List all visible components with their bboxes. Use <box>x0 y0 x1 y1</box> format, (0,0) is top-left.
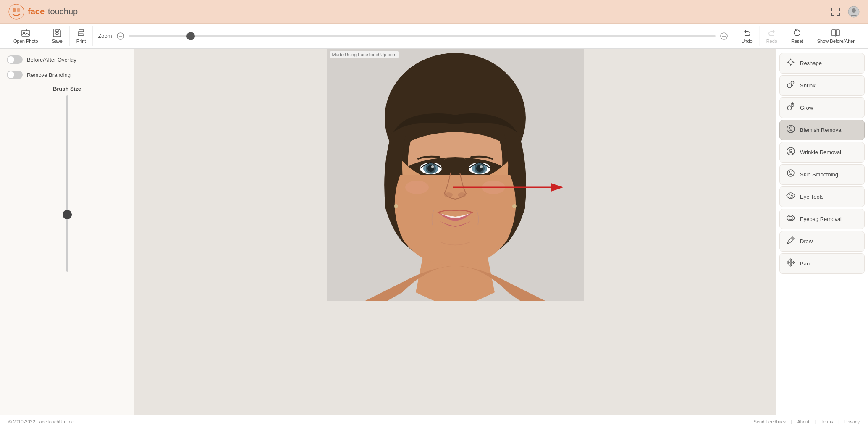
skin-svg <box>786 169 795 178</box>
main: Before/After Overlay Remove Branding Bru… <box>0 49 868 415</box>
watermark: Made Using FaceTouchUp.com <box>330 51 399 58</box>
svg-point-35 <box>394 204 398 208</box>
before-after-overlay-label: Before/After Overlay <box>27 57 76 63</box>
reset-label: Reset <box>791 39 803 44</box>
svg-point-49 <box>789 149 792 152</box>
svg-point-4 <box>852 8 856 13</box>
brush-slider-thumb[interactable] <box>63 210 72 219</box>
grow-icon <box>786 102 796 113</box>
footer-links: Send Feedback | About | Terms | Privacy <box>754 419 860 424</box>
eye-tools-tool[interactable]: Eye Tools <box>779 186 865 207</box>
print-button[interactable]: Print <box>70 26 93 46</box>
reshape-label: Reshape <box>800 60 822 66</box>
pan-svg <box>786 258 795 267</box>
svg-point-51 <box>789 171 792 173</box>
blemish-svg <box>786 124 795 134</box>
pan-tool[interactable]: Pan <box>779 253 865 274</box>
brush-slider-container <box>66 95 68 272</box>
brush-size-label: Brush Size <box>53 86 81 92</box>
draw-svg <box>786 236 795 245</box>
header-icons <box>830 6 860 18</box>
logo-icon <box>8 4 24 20</box>
svg-point-48 <box>787 147 795 155</box>
fullscreen-icon <box>830 6 841 17</box>
svg-point-31 <box>444 192 453 197</box>
svg-point-46 <box>787 125 795 133</box>
svg-point-42 <box>787 106 792 110</box>
skin-smoothing-label: Skin Smoothing <box>800 171 838 178</box>
before-after-overlay-slider <box>7 55 23 64</box>
svg-point-52 <box>789 194 792 197</box>
remove-branding-toggle[interactable] <box>7 71 23 79</box>
account-button[interactable] <box>848 6 860 18</box>
print-icon <box>76 28 86 37</box>
privacy-link[interactable]: Privacy <box>844 419 860 424</box>
pan-icon <box>786 258 796 269</box>
draw-icon <box>786 236 796 247</box>
before-after-overlay-toggle[interactable] <box>7 55 23 64</box>
remove-branding-slider <box>7 71 23 79</box>
draw-label: Draw <box>800 238 813 244</box>
logo: facetouchup <box>8 4 78 20</box>
footer-separator-1: | <box>791 419 792 424</box>
svg-rect-14 <box>832 30 835 36</box>
redo-icon <box>767 28 776 37</box>
fullscreen-button[interactable] <box>830 6 841 17</box>
svg-point-2 <box>17 8 20 12</box>
print-label: Print <box>76 39 86 44</box>
open-photo-icon <box>21 28 30 37</box>
wrinkle-removal-tool[interactable]: Wrinkle Removal <box>779 142 865 163</box>
photo-container: Made Using FaceTouchUp.com <box>327 49 584 301</box>
grow-tool[interactable]: Grow <box>779 97 865 118</box>
eyebag-removal-tool[interactable]: Eyebag Removal <box>779 209 865 229</box>
wrinkle-icon <box>786 147 796 158</box>
draw-tool[interactable]: Draw <box>779 231 865 252</box>
footer-separator-2: | <box>814 419 816 424</box>
eye-tools-label: Eye Tools <box>800 194 823 200</box>
svg-point-54 <box>789 216 792 220</box>
eyebag-icon <box>786 213 796 225</box>
open-photo-label: Open Photo <box>13 39 38 44</box>
reset-icon <box>792 28 802 37</box>
redo-button[interactable]: Redo <box>759 26 784 46</box>
svg-rect-15 <box>836 30 839 36</box>
brush-size-section: Brush Size <box>7 86 127 272</box>
remove-branding-row: Remove Branding <box>7 71 127 79</box>
blemish-removal-tool[interactable]: Blemish Removal <box>779 120 865 140</box>
save-label: Save <box>52 39 63 44</box>
undo-icon <box>742 28 752 37</box>
save-button[interactable]: Save <box>45 26 70 46</box>
reset-button[interactable]: Reset <box>784 26 810 46</box>
shrink-tool[interactable]: Shrink <box>779 75 865 96</box>
remove-branding-label: Remove Branding <box>27 72 71 78</box>
zoom-minus-button[interactable] <box>115 31 126 41</box>
footer-separator-3: | <box>838 419 839 424</box>
wrinkle-svg <box>786 147 795 156</box>
zoom-plus-button[interactable] <box>719 31 729 41</box>
open-photo-button[interactable]: Open Photo <box>7 26 45 46</box>
zoom-slider[interactable] <box>129 35 716 37</box>
svg-point-25 <box>431 165 434 168</box>
footer: © 2010-2022 FaceTouchUp, Inc. Send Feedb… <box>0 415 868 428</box>
about-link[interactable]: About <box>797 419 810 424</box>
toolbar-right: Undo Redo Reset Show Before/After <box>734 26 861 46</box>
canvas-area: Made Using FaceTouchUp.com <box>134 49 776 415</box>
svg-rect-5 <box>22 30 29 36</box>
brush-slider-track <box>66 95 68 272</box>
face-photo[interactable] <box>327 49 584 301</box>
svg-point-33 <box>405 181 429 194</box>
svg-point-30 <box>480 165 483 168</box>
reshape-tool[interactable]: Reshape <box>779 53 865 74</box>
skin-smoothing-tool[interactable]: Skin Smoothing <box>779 164 865 185</box>
shrink-label: Shrink <box>800 82 816 89</box>
eyebag-removal-label: Eyebag Removal <box>800 216 842 222</box>
save-icon <box>52 28 62 37</box>
eye-icon <box>786 191 796 202</box>
send-feedback-link[interactable]: Send Feedback <box>754 419 786 424</box>
undo-button[interactable]: Undo <box>734 26 759 46</box>
terms-link[interactable]: Terms <box>821 419 833 424</box>
show-before-after-button[interactable]: Show Before/After <box>810 26 861 46</box>
svg-point-47 <box>789 127 792 129</box>
wrinkle-removal-label: Wrinkle Removal <box>800 149 841 155</box>
svg-point-32 <box>458 192 466 197</box>
